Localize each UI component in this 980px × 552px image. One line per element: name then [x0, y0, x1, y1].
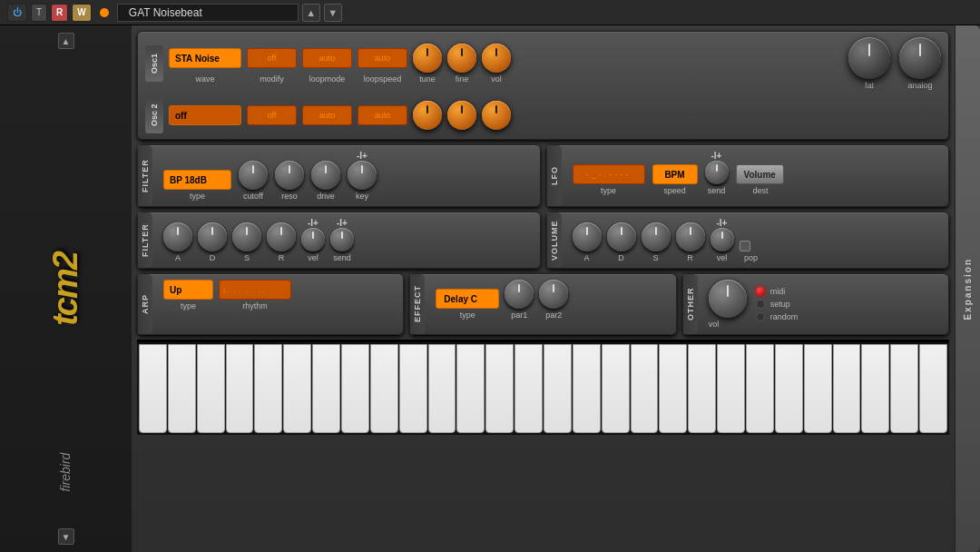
r-button[interactable]: R	[51, 4, 68, 22]
setup-label[interactable]: setup	[770, 300, 790, 309]
white-key[interactable]	[833, 344, 861, 433]
lfo-speed-display[interactable]: BPM	[652, 164, 698, 184]
effect-par1-knob[interactable]	[505, 280, 534, 309]
effect-label: Effect	[410, 274, 425, 334]
osc1-tune-knob[interactable]	[413, 44, 442, 73]
filter-reso-label: reso	[275, 192, 304, 201]
white-key[interactable]	[861, 344, 889, 433]
volume-a-knob[interactable]	[573, 222, 602, 251]
keyboard	[137, 340, 949, 435]
random-label[interactable]: random	[770, 312, 799, 321]
filter-d-group	[198, 222, 227, 251]
white-key[interactable]	[717, 344, 745, 433]
volume-r-knob[interactable]	[676, 222, 705, 251]
filter-vel-knob[interactable]	[301, 228, 325, 251]
lfo-type-label: type	[573, 186, 645, 195]
volume-pop-button[interactable]	[740, 241, 750, 251]
white-key[interactable]	[139, 344, 167, 433]
white-key[interactable]	[197, 344, 225, 433]
white-key[interactable]	[514, 344, 543, 433]
white-key[interactable]	[456, 344, 485, 433]
main-content: myVST free plugins Osc1 STA Noise off au…	[132, 25, 955, 552]
white-key[interactable]	[659, 344, 687, 433]
w-button[interactable]: W	[72, 4, 91, 22]
arp-type-label: type	[163, 301, 213, 310]
white-key[interactable]	[919, 344, 947, 433]
arrow-down-button[interactable]: ▼	[324, 4, 342, 22]
scroll-up-button[interactable]: ▲	[58, 33, 74, 49]
white-key[interactable]	[890, 344, 918, 433]
lfo-send-minus-plus: -I+	[711, 151, 722, 161]
volume-d-knob[interactable]	[607, 222, 636, 251]
white-key[interactable]	[254, 344, 282, 433]
analog-knob[interactable]	[899, 37, 941, 79]
white-key[interactable]	[775, 344, 803, 433]
t-button[interactable]: T	[31, 4, 47, 22]
osc1-wave-display[interactable]: STA Noise	[169, 48, 241, 68]
lfo-send-knob[interactable]	[705, 161, 729, 184]
osc1-vol-label: vol	[482, 74, 511, 84]
power-button[interactable]: ⏻	[7, 4, 27, 22]
white-key[interactable]	[283, 344, 311, 433]
filter-s-knob[interactable]	[232, 222, 261, 251]
effect-par2-knob[interactable]	[539, 280, 568, 309]
arrow-up-button[interactable]: ▲	[302, 4, 320, 22]
lfo-tab-label: LFO	[547, 145, 562, 206]
osc1-loopspeed-display[interactable]: auto	[358, 48, 407, 68]
filter-d-knob[interactable]	[198, 222, 227, 251]
volume-vel-minus-plus: -I+	[717, 218, 728, 228]
white-key[interactable]	[485, 344, 514, 433]
osc1-tune-label: tune	[413, 74, 442, 84]
white-key[interactable]	[226, 344, 254, 433]
midi-label[interactable]: midi	[770, 287, 786, 296]
white-key[interactable]	[631, 344, 659, 433]
arp-section: Arp Up |.......... type rhythm	[137, 273, 404, 335]
other-vol-knob[interactable]	[709, 280, 747, 318]
arp-rhythm-display[interactable]: |..........	[219, 280, 291, 300]
filter-reso-knob[interactable]	[275, 161, 304, 190]
white-key[interactable]	[746, 344, 774, 433]
white-key[interactable]	[602, 344, 630, 433]
osc1-row: Osc1 STA Noise off auto auto	[145, 37, 941, 90]
volume-s-knob[interactable]	[642, 222, 671, 251]
effect-type-display[interactable]: Delay C	[436, 289, 499, 309]
osc1-modify-display[interactable]: off	[247, 48, 297, 68]
white-key[interactable]	[688, 344, 716, 433]
white-key[interactable]	[399, 344, 427, 433]
white-key[interactable]	[168, 344, 196, 433]
lfo-type-display[interactable]: -_-.----	[573, 164, 645, 184]
scroll-down-button[interactable]: ▼	[58, 528, 74, 545]
filter-a-knob[interactable]	[163, 222, 192, 251]
white-key[interactable]	[370, 344, 398, 433]
white-key[interactable]	[341, 344, 369, 433]
arp-type-display[interactable]: Up	[163, 280, 213, 300]
white-key[interactable]	[804, 344, 832, 433]
filter-send-knob[interactable]	[330, 228, 354, 251]
osc1-vol-knob[interactable]	[482, 44, 511, 73]
osc2-vol-knob[interactable]	[482, 101, 511, 130]
filter-drive-knob[interactable]	[311, 161, 340, 190]
lfo-dest-button[interactable]: Volume	[736, 164, 784, 184]
filter-type-display[interactable]: BP 18dB	[163, 170, 231, 190]
osc2-wave-display[interactable]: off	[169, 105, 241, 125]
osc1-loopmode-label: loopmode	[302, 74, 352, 84]
osc1-fine-knob[interactable]	[447, 44, 476, 73]
osc2-loopspeed-display[interactable]: auto	[358, 105, 407, 125]
white-key[interactable]	[312, 344, 340, 433]
osc2-tune-knob[interactable]	[413, 101, 442, 130]
osc2-modify-display[interactable]: off	[247, 105, 297, 125]
filter-env-label: Filter	[138, 212, 152, 268]
filter-r-knob[interactable]	[267, 222, 296, 251]
osc2-loopmode-display[interactable]: auto	[302, 105, 352, 125]
white-key[interactable]	[428, 344, 456, 433]
filter-key-knob[interactable]	[348, 161, 377, 190]
filter-cutoff-knob[interactable]	[239, 161, 268, 190]
white-key[interactable]	[544, 344, 572, 433]
osc1-loopmode-display[interactable]: auto	[302, 48, 352, 68]
volume-vel-knob[interactable]	[710, 228, 734, 251]
fat-knob[interactable]	[848, 37, 890, 79]
osc2-fine-knob[interactable]	[447, 101, 476, 130]
expansion-panel[interactable]: Expansion	[955, 25, 980, 552]
white-key[interactable]	[573, 344, 601, 433]
effect-par1-group	[505, 280, 534, 309]
